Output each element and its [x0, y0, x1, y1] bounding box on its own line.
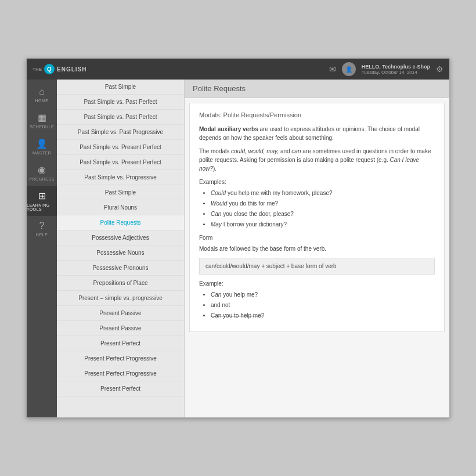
list-item[interactable]: Possessive Nouns [57, 246, 184, 261]
icon-nav: ⌂ HOME ▦ SCHEDULE 👤 MASTER ◉ PROGRESS ⊞ [27, 80, 57, 417]
example-items-list: Can you help me? and not Can you to help… [199, 290, 435, 320]
strikethrough-text: Can you to help me? [211, 312, 264, 319]
examples-label: Examples: [199, 178, 435, 186]
schedule-label: SCHEDULE [30, 125, 54, 129]
intro-paragraph: Modal auxiliary verbs are used to expres… [199, 125, 435, 142]
list-item[interactable]: Past Simple vs. Past Progressive [57, 125, 184, 140]
avatar[interactable]: 👤 [342, 62, 356, 76]
user-info: HELLO, Technoplus e-Shop Tuesday, Octobe… [362, 64, 430, 75]
detail-title: Polite Requests [193, 84, 246, 93]
list-item[interactable]: Past Simple vs. Past Perfect [57, 110, 184, 125]
list-item[interactable]: Past Simple [57, 80, 184, 95]
master-label: MASTER [33, 151, 51, 155]
home-icon: ⌂ [39, 86, 45, 97]
header-right-section: ✉ 👤 HELLO, Technoplus e-Shop Tuesday, Oc… [329, 62, 443, 76]
main-body: ⌂ HOME ▦ SCHEDULE 👤 MASTER ◉ PROGRESS ⊞ [27, 80, 449, 417]
example-item: Could you help me with my homework, plea… [211, 189, 435, 197]
progress-icon: ◉ [38, 164, 46, 175]
example-label: Example: [199, 279, 435, 288]
sidebar-item-schedule[interactable]: ▦ SCHEDULE [27, 107, 57, 134]
form-desc: Modals are followed by the base form of … [199, 244, 435, 253]
modals-paragraph: The modals could, would, may, and can ar… [199, 147, 435, 173]
list-item[interactable]: Present Perfect Progressive [57, 366, 184, 381]
example-italic: Can I leave now? [199, 157, 419, 172]
list-item[interactable]: Prepositions of Place [57, 276, 184, 291]
list-panel[interactable]: Past Simple Past Simple vs. Past Perfect… [57, 80, 185, 417]
list-item[interactable]: Past Simple [57, 185, 184, 200]
can-italic: can [291, 148, 301, 154]
example-item: May I borrow your dictionary? [211, 220, 435, 229]
sidebar-item-help[interactable]: ? HELP [27, 216, 57, 241]
list-item[interactable]: Past Simple vs. Present Perfect [57, 155, 184, 170]
master-icon: 👤 [36, 138, 48, 149]
list-item[interactable]: Present Perfect [57, 336, 184, 351]
list-item[interactable]: Present Perfect [57, 381, 184, 396]
learning-tools-label: LEARNING TOOLS [27, 203, 57, 211]
formula-box: can/could/would/may + subject + base for… [199, 258, 435, 275]
examples-list: Could you help me with my homework, plea… [199, 189, 435, 229]
list-item[interactable]: Possessive Adjectives [57, 230, 184, 246]
header-logo: THE Q ENGLISH [33, 64, 86, 74]
list-item[interactable]: Past Simple vs. Past Perfect [57, 95, 184, 110]
sidebar-item-master[interactable]: 👤 MASTER [27, 134, 57, 160]
help-icon: ? [39, 221, 45, 231]
example-strikethrough: Can you to help me? [211, 311, 435, 320]
list-item[interactable]: Possessive Pronouns [57, 261, 184, 276]
list-item-polite-requests[interactable]: Polite Requests [57, 215, 184, 230]
progress-label: PROGRESS [29, 177, 55, 181]
help-label: HELP [36, 233, 48, 237]
detail-title-bar: Polite Requests [185, 80, 449, 98]
example-item: Can you close the door, please? [211, 210, 435, 218]
modals-italic: could, would, may, [231, 148, 279, 154]
mail-icon[interactable]: ✉ [329, 64, 336, 74]
settings-icon[interactable]: ⚙ [436, 64, 443, 74]
sidebar-item-progress[interactable]: ◉ PROGRESS [27, 160, 57, 186]
header-bar: THE Q ENGLISH ✉ 👤 HELLO, Technoplus e-Sh… [27, 59, 449, 80]
logo-the-text: THE [33, 67, 42, 72]
example-can-help: Can you help me? [211, 290, 435, 299]
list-item[interactable]: Present Perfect Progressive [57, 351, 184, 366]
list-item[interactable]: Present Passive [57, 306, 184, 321]
date-text: Tuesday, October 14, 2014 [362, 70, 417, 75]
logo-q-circle: Q [44, 64, 55, 74]
form-label: Form [199, 233, 435, 242]
hello-text: HELLO, Technoplus e-Shop [362, 64, 430, 70]
sidebar-item-home[interactable]: ⌂ HOME [27, 82, 57, 107]
example-and-not: and not [211, 301, 435, 309]
detail-content: Modals: Polite Requests/Permission Modal… [189, 103, 445, 332]
learning-tools-icon: ⊞ [38, 190, 46, 201]
content-area: Past Simple Past Simple vs. Past Perfect… [57, 80, 449, 417]
sidebar-item-learning-tools[interactable]: ⊞ LEARNING TOOLS [27, 186, 57, 216]
home-label: HOME [35, 99, 49, 103]
modal-aux-bold: Modal auxiliary verbs [199, 126, 258, 132]
list-item[interactable]: Past Simple vs. Progressive [57, 170, 184, 185]
detail-panel: Polite Requests Modals: Polite Requests/… [185, 80, 449, 417]
section-title: Modals: Polite Requests/Permission [199, 110, 435, 120]
list-item[interactable]: Present Passive [57, 321, 184, 336]
list-item[interactable]: Present – simple vs. progressive [57, 291, 184, 306]
list-item[interactable]: Past Simple vs. Present Perfect [57, 140, 184, 155]
example-item: Would you do this for me? [211, 199, 435, 208]
schedule-icon: ▦ [38, 112, 46, 123]
logo-english-text: ENGLISH [57, 66, 86, 73]
list-item[interactable]: Plural Nouns [57, 200, 184, 215]
